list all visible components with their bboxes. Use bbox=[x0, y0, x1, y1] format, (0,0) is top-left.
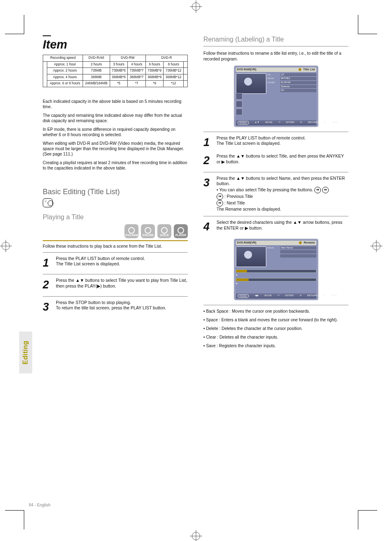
subsection-title: Playing a Title bbox=[43, 213, 188, 221]
disc-badge-dvdrw bbox=[141, 224, 155, 238]
body-text: In EP mode, there is some difference in … bbox=[43, 127, 188, 137]
step-1: 1 Press the PLAY LIST button of remote c… bbox=[203, 135, 348, 150]
body-text: Follow these instructions to rename a ti… bbox=[203, 51, 348, 61]
section-title: Basic Editing (Title List) bbox=[43, 187, 188, 197]
step-3: 3 Press the STOP button to stop playing.… bbox=[43, 300, 188, 314]
step-4: 4 Select the desired characters using th… bbox=[203, 220, 348, 234]
side-tab-editing: Editing bbox=[19, 332, 32, 374]
step-3: 3 Press the ▲▼ buttons to select Name, a… bbox=[203, 176, 348, 212]
next-icon: ⏭ bbox=[217, 200, 223, 207]
body-text: • Space : Enters a blank and moves the c… bbox=[203, 317, 348, 323]
step-2: 2 Press the ▲▼ buttons to select Title y… bbox=[43, 278, 188, 292]
disc-badge-dvdram bbox=[125, 224, 138, 238]
thumbnail-icon bbox=[236, 73, 266, 94]
anykey-chip: Anykey bbox=[238, 121, 249, 125]
page-number: 84 - English bbox=[29, 503, 51, 508]
body-text: • Clear : Deletes all the character inpu… bbox=[203, 334, 348, 340]
rule-icon bbox=[203, 305, 348, 305]
prev-icon: ⏮ bbox=[314, 187, 321, 193]
step-1: 1 Press the PLAY LIST button of remote c… bbox=[43, 256, 188, 270]
body-text: • Delete : Deletes the character at the … bbox=[203, 326, 348, 331]
osd-rename: DVD-RAM(VR)Rename NameNew Name ► ► Anyke… bbox=[233, 238, 319, 301]
prev-icon: ⏮ bbox=[217, 193, 223, 200]
anykey-button-icon: ☟ bbox=[43, 198, 53, 207]
rule-icon bbox=[203, 216, 348, 216]
body-text: The capacity and remaining time indicate… bbox=[43, 113, 188, 123]
crop-mark bbox=[5, 15, 24, 34]
rule-icon bbox=[43, 296, 188, 297]
crop-mark bbox=[358, 510, 377, 529]
section-item-number: Item bbox=[43, 37, 67, 52]
rule-icon bbox=[43, 252, 188, 253]
body-text: • Save : Registers the character inputs. bbox=[203, 343, 348, 348]
rule-icon bbox=[43, 240, 188, 241]
registration-mark-icon bbox=[192, 2, 200, 11]
registration-mark-icon bbox=[192, 532, 200, 540]
body-text: • Back Space : Moves the cursor one posi… bbox=[203, 309, 348, 314]
body-text: Each indicated capacity in the above tab… bbox=[43, 99, 188, 109]
cell bbox=[43, 61, 47, 87]
disc-badge-dvdr bbox=[157, 224, 171, 238]
crop-mark bbox=[5, 510, 24, 529]
rule-icon bbox=[203, 132, 348, 132]
thumbnail-icon bbox=[236, 246, 266, 267]
body-text: Follow these instructions to play back a… bbox=[43, 244, 188, 249]
rule-icon bbox=[203, 172, 348, 172]
step-2: 2 Press the ▲▼ buttons to select Title, … bbox=[203, 153, 348, 168]
subsection-title: Renaming (Labeling) a Title bbox=[203, 35, 348, 44]
disc-badge-player bbox=[174, 224, 188, 238]
rule-icon bbox=[203, 46, 348, 46]
body-text: When editing with DVD-R and DVD-RW (Vide… bbox=[43, 141, 188, 157]
osd-title-list: DVD-RAM(VR)Title List No.1/7 NameMOVIE1 … bbox=[233, 65, 319, 128]
rule-icon bbox=[43, 35, 51, 36]
crop-mark bbox=[358, 15, 377, 34]
next-icon: ⏭ bbox=[322, 187, 329, 193]
recording-speed-table: Recording speed DVD-RAM DVD-RW DVD-R App… bbox=[43, 55, 188, 87]
registration-mark-icon bbox=[2, 242, 10, 250]
rule-icon bbox=[43, 274, 188, 274]
anykey-chip: Anykey bbox=[238, 294, 249, 298]
registration-mark-icon bbox=[372, 242, 380, 250]
body-text: Creating a playlist requires at least 2 … bbox=[43, 160, 188, 171]
